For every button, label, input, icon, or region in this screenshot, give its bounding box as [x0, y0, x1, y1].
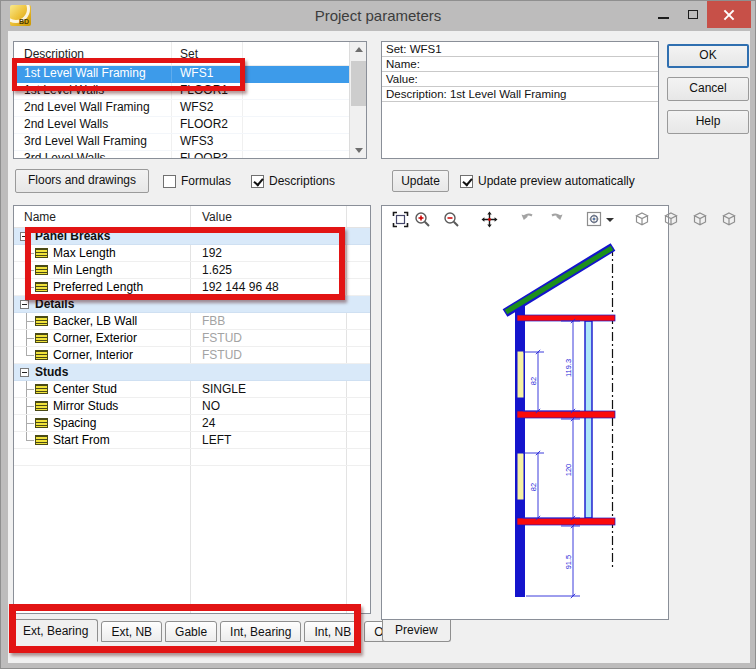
column-header-description[interactable]: Description	[14, 42, 172, 66]
tree-row[interactable]: Start FromLEFT	[14, 432, 370, 449]
parameter-value: 192 144 96 48	[190, 280, 346, 294]
tab-preview[interactable]: Preview	[382, 620, 451, 642]
tree-row[interactable]: Backer, LB WallFBB	[14, 313, 370, 330]
dropdown-caret-icon[interactable]	[605, 209, 615, 229]
floors-and-drawings-button[interactable]: Floors and drawings	[15, 169, 149, 193]
parameter-value: 192	[190, 246, 346, 260]
parameter-name: Backer, LB Wall	[53, 314, 137, 328]
floor-slab-top	[517, 315, 615, 321]
info-line: Value:	[382, 72, 658, 87]
iso-view-4-icon[interactable]	[718, 209, 740, 229]
tree-connector	[22, 432, 35, 448]
parameter-icon	[35, 316, 48, 326]
list-item[interactable]: 1st Level Wall FramingWFS1	[14, 66, 349, 83]
scrollbar-thumb[interactable]	[351, 61, 366, 106]
column-header-value[interactable]: Value	[190, 210, 346, 224]
window-title: Project parameters	[1, 1, 755, 31]
set-cell: WFS1	[172, 66, 243, 82]
column-header-set[interactable]: Set	[172, 42, 243, 66]
scroll-up-icon[interactable]	[350, 42, 367, 57]
tree-row[interactable]: Max Length192	[14, 245, 370, 262]
parameter-name: Max Length	[53, 246, 116, 260]
zoom-out-icon[interactable]	[440, 209, 462, 229]
tab-int-nb[interactable]: Int, NB	[304, 621, 361, 642]
tree-row[interactable]: Corner, ExteriorFSTUD	[14, 330, 370, 347]
list-item[interactable]: 3rd Level WallsFLOOR3	[14, 151, 349, 158]
rotate-right-icon[interactable]	[545, 209, 567, 229]
maximize-button[interactable]	[678, 1, 707, 27]
parameter-value: FSTUD	[190, 331, 346, 345]
dimension-label-upper-story: 119.3	[564, 359, 573, 377]
stud-column	[585, 321, 592, 518]
close-button[interactable]	[707, 1, 751, 28]
parameter-set-list: Description Set 1st Level Wall FramingWF…	[13, 41, 367, 159]
selection-info-panel: Set: WFS1Name:Value:Description: 1st Lev…	[381, 41, 659, 159]
list-scrollbar[interactable]	[349, 42, 366, 158]
checkbox-box	[163, 175, 176, 188]
scroll-down-icon[interactable]	[350, 143, 367, 158]
tree-row[interactable]: Preferred Length192 144 96 48	[14, 279, 370, 296]
tree-row[interactable]: Center StudSINGLE	[14, 381, 370, 398]
minimize-icon	[658, 17, 669, 19]
list-item[interactable]: 1st Level WallsFLOOR1	[14, 83, 349, 100]
tree-row[interactable]: Min Length1.625	[14, 262, 370, 279]
tree-group-row[interactable]: Panel Breaks	[14, 228, 370, 245]
parameter-name: Corner, Exterior	[53, 331, 137, 345]
parameter-name: Mirror Studs	[53, 399, 118, 413]
collapse-icon[interactable]	[20, 232, 29, 241]
help-button[interactable]: Help	[667, 110, 749, 134]
floor-slab-mid	[517, 411, 615, 418]
descriptions-checkbox[interactable]: Descriptions	[251, 173, 335, 189]
iso-view-3-icon[interactable]	[689, 209, 711, 229]
parameter-value: 1.625	[190, 263, 346, 277]
tree-row[interactable]: Mirror StudsNO	[14, 398, 370, 415]
parameter-value: 24	[190, 416, 346, 430]
parameter-value: NO	[190, 399, 346, 413]
tab-ext-nb[interactable]: Ext, NB	[101, 621, 162, 642]
tab-int-bearing[interactable]: Int, Bearing	[220, 621, 301, 642]
iso-view-2-icon[interactable]	[660, 209, 682, 229]
checkbox-label: Descriptions	[269, 174, 335, 188]
parameter-name: Spacing	[53, 416, 96, 430]
minimize-button[interactable]	[649, 1, 678, 27]
ok-button[interactable]: OK	[667, 44, 749, 68]
collapse-icon[interactable]	[20, 300, 29, 309]
parameter-name: Min Length	[53, 263, 112, 277]
pan-icon[interactable]	[478, 209, 500, 229]
list-item[interactable]: 2nd Level WallsFLOOR2	[14, 117, 349, 134]
update-preview-checkbox[interactable]: Update preview automatically	[460, 173, 635, 189]
tree-connector	[22, 330, 35, 346]
group-label: Panel Breaks	[35, 229, 110, 243]
info-line: Name:	[382, 57, 658, 72]
update-button[interactable]: Update	[392, 170, 449, 192]
wall-type-tabs: Ext, BearingExt, NBGableInt, BearingInt,…	[13, 621, 414, 643]
tree-row[interactable]: Corner, InteriorFSTUD	[14, 347, 370, 364]
parameter-name: Center Stud	[53, 382, 117, 396]
zoom-selection-icon[interactable]	[583, 209, 605, 229]
cancel-button[interactable]: Cancel	[667, 77, 749, 101]
tree-row[interactable]: Spacing24	[14, 415, 370, 432]
titlebar[interactable]: BD Project parameters	[1, 1, 755, 31]
parameter-icon	[35, 248, 48, 258]
list-item[interactable]: 3rd Level Wall FramingWFS3	[14, 134, 349, 151]
tree-connector	[22, 381, 35, 397]
dimension-label-lower-story: 120	[564, 464, 573, 477]
zoom-extents-icon[interactable]	[389, 209, 411, 229]
description-cell: 1st Level Wall Framing	[14, 66, 172, 82]
iso-view-1-icon[interactable]	[631, 209, 653, 229]
tab-gable[interactable]: Gable	[165, 621, 217, 642]
zoom-in-icon[interactable]	[411, 209, 433, 229]
parameter-icon	[35, 333, 48, 343]
tab-ext-bearing[interactable]: Ext, Bearing	[13, 619, 98, 642]
rotate-left-icon[interactable]	[516, 209, 538, 229]
collapse-icon[interactable]	[20, 368, 29, 377]
formulas-checkbox[interactable]: Formulas	[163, 173, 231, 189]
checkbox-label: Formulas	[181, 174, 231, 188]
tree-group-row[interactable]: Studs	[14, 364, 370, 381]
parameter-value: FBB	[190, 314, 346, 328]
tree-connector	[22, 398, 35, 414]
maximize-icon	[688, 10, 698, 19]
tree-group-row[interactable]: Details	[14, 296, 370, 313]
list-item[interactable]: 2nd Level Wall FramingWFS2	[14, 100, 349, 117]
column-header-name[interactable]: Name	[14, 210, 190, 224]
